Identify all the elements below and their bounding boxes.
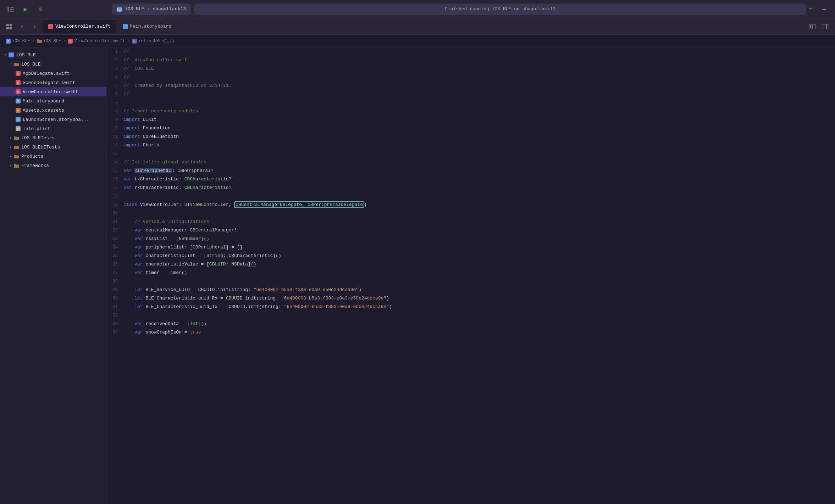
line-num-28: 28 <box>106 277 123 286</box>
expand-arrow-products: ▸ <box>10 154 12 158</box>
sidebar-toggle-button[interactable] <box>6 4 16 14</box>
breadcrumb-folder-label: iOS BLE <box>43 39 61 44</box>
swift-file-icon-appdelegate: S <box>16 71 21 76</box>
nav-forward-button[interactable]: › <box>30 22 40 32</box>
line-content-19: class ViewController: UIViewController, … <box>123 201 835 209</box>
line-content-21: // Variable Initializations <box>123 218 835 226</box>
sidebar-bletests-label: iOS BLETests <box>21 135 55 141</box>
device-name: shaqattack13 <box>153 6 186 12</box>
line-num-23: 23 <box>106 235 123 243</box>
code-line-8: 8 // Import necessary modules <box>106 107 835 116</box>
line-content-25: var characteristicList = [String: CBChar… <box>123 252 835 260</box>
tab-main-storyboard[interactable]: Main.storyboard <box>117 20 177 33</box>
top-toolbar: ▶ ■ BLE iOS BLE › shaqattack13 Finished … <box>0 0 835 18</box>
line-content-29: let BLE_Service_UUID = CBUUID.init(strin… <box>123 286 835 294</box>
sidebar-item-infoplist[interactable]: P Info.plist <box>0 124 106 133</box>
main-content: ▾ B iOS BLE ▾ iOS BLE S AppDelegate.swif… <box>0 47 835 504</box>
breadcrumb-ios-ble-folder[interactable]: iOS BLE <box>37 39 61 44</box>
sidebar-group-bletests[interactable]: ▸ iOS BLETests <box>0 133 106 142</box>
line-content-1: // <box>123 47 835 56</box>
svg-rect-0 <box>7 7 9 12</box>
breadcrumb-ios-ble-project[interactable]: B iOS BLE <box>6 39 30 44</box>
expand-arrow-ios-ble: ▾ <box>10 62 12 66</box>
sidebar-viewcontroller-label: ViewController.swift <box>23 89 78 95</box>
storyboard-file-icon-launch: S <box>16 117 21 122</box>
scheme-icon: BLE <box>117 7 122 12</box>
sidebar-item-appdelegate[interactable]: S AppDelegate.swift <box>0 69 106 78</box>
svg-text:M: M <box>134 40 136 43</box>
adjust-editor-button[interactable] <box>807 22 817 32</box>
sidebar-root-ios-ble[interactable]: ▾ B iOS BLE <box>0 50 106 60</box>
sidebar-mainstoryboard-label: Main.storyboard <box>23 99 64 104</box>
code-line-15: 15 var curPeripheral: CBPeripheral? <box>106 167 835 175</box>
code-line-20: 20 <box>106 209 835 218</box>
line-num-17: 17 <box>106 184 123 192</box>
svg-text:B: B <box>7 40 9 43</box>
line-content-30: let BLE_Characteristic_uuid_Rx = CBUUID.… <box>123 294 835 303</box>
code-line-2: 2 // ViewController.swift <box>106 56 835 65</box>
svg-rect-9 <box>10 27 12 29</box>
code-line-1: 1 // <box>106 47 835 56</box>
line-num-27: 27 <box>106 269 123 277</box>
line-num-21: 21 <box>106 218 123 226</box>
line-content-16: var txCharacteristic: CBCharacteristic? <box>123 175 835 184</box>
breadcrumb-file-label: ViewController.swift <box>74 39 125 44</box>
code-line-21: 21 // Variable Initializations <box>106 218 835 226</box>
root-project-icon: B <box>9 52 14 57</box>
add-button[interactable]: + <box>806 4 816 14</box>
scheme-selector[interactable]: BLE iOS BLE › shaqattack13 <box>112 4 191 15</box>
tab-viewcontroller-swift[interactable]: ViewController.swift <box>43 20 116 33</box>
sidebar-group-products[interactable]: ▸ Products <box>0 152 106 161</box>
svg-rect-6 <box>6 24 9 26</box>
sidebar-item-mainstoryboard[interactable]: S Main.storyboard <box>0 96 106 106</box>
breadcrumb-method-label: refreshBtn(_:) <box>138 39 174 44</box>
editor: 1 // 2 // ViewController.swift 3 // iOS … <box>106 47 835 504</box>
line-num-33: 33 <box>106 320 123 328</box>
sidebar-item-scenedelegate[interactable]: S SceneDelegate.swift <box>0 78 106 87</box>
line-content-5: // Created by shaqattack13 on 2/14/21. <box>123 82 835 90</box>
sidebar-item-viewcontroller[interactable]: S ViewController.swift <box>0 87 106 96</box>
folder-icon-bletests <box>14 136 19 140</box>
line-num-13: 13 <box>106 150 123 158</box>
back-nav-button[interactable]: ⟵ <box>819 4 829 14</box>
breadcrumb-viewcontroller-swift[interactable]: S ViewController.swift <box>68 39 125 44</box>
sidebar-group-bleuitests[interactable]: ▸ iOS BLEUITests <box>0 142 106 152</box>
code-line-10: 10 import Foundation <box>106 124 835 133</box>
code-line-16: 16 var txCharacteristic: CBCharacteristi… <box>106 175 835 184</box>
line-num-22: 22 <box>106 226 123 235</box>
sidebar-item-assets[interactable]: A Assets.xcassets <box>0 106 106 115</box>
sidebar-group-frameworks[interactable]: ▸ Frameworks <box>0 161 106 170</box>
line-content-6: // <box>123 90 835 99</box>
folder-icon-products <box>14 155 19 158</box>
folder-icon-frameworks <box>14 164 19 168</box>
svg-text:BLE: BLE <box>117 8 122 11</box>
svg-text:S: S <box>70 40 71 43</box>
sidebar-group-ios-ble[interactable]: ▾ iOS BLE <box>0 60 106 69</box>
line-num-26: 26 <box>106 260 123 269</box>
folder-icon <box>37 39 42 43</box>
inspector-button[interactable] <box>821 22 831 32</box>
tab-label-mainstoryboard: Main.storyboard <box>130 24 171 29</box>
code-line-33: 33 var receivedData = [Int]() <box>106 320 835 328</box>
line-num-9: 9 <box>106 116 123 124</box>
navigator-grid-button[interactable] <box>4 22 14 32</box>
line-num-10: 10 <box>106 124 123 133</box>
code-line-18: 18 <box>106 192 835 201</box>
code-line-26: 26 var characteristicValue = [CBUUID: NS… <box>106 260 835 269</box>
svg-text:S: S <box>17 100 19 102</box>
sidebar-item-launchscreen[interactable]: S LaunchScreen.storyboa... <box>0 115 106 124</box>
line-content-8: // Import necessary modules <box>123 107 835 116</box>
stop-button[interactable]: ■ <box>35 4 45 14</box>
line-content-2: // ViewController.swift <box>123 56 835 65</box>
folder-icon-bleuitests <box>14 145 19 149</box>
line-content-22: var centralManager: CBCentralManager! <box>123 226 835 235</box>
svg-rect-2 <box>10 9 14 10</box>
nav-back-button[interactable]: ‹ <box>17 22 27 32</box>
expand-arrow-bleuitests: ▸ <box>10 145 12 149</box>
line-num-20: 20 <box>106 209 123 218</box>
project-icon: B <box>6 39 11 44</box>
breadcrumb-refreshbtn[interactable]: M refreshBtn(_:) <box>132 39 174 44</box>
code-line-31: 31 let BLE_Characteristic_uuid_Tx = CBUU… <box>106 303 835 311</box>
play-button[interactable]: ▶ <box>21 4 31 14</box>
tab-bar: ViewController.swift Main.storyboard <box>43 20 804 33</box>
